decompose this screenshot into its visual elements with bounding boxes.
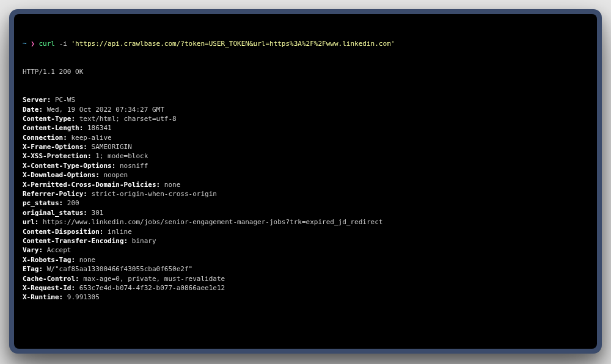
header-line: Connection: keep-alive [23, 133, 588, 142]
header-value: nosniff [115, 162, 148, 170]
header-value: inline [103, 228, 131, 236]
command-line: ~ ❯ curl -i 'https://api.crawlbase.com/?… [23, 39, 588, 48]
header-line: ETag: W/"caf85aa13300466f43055cba0f650e2… [23, 264, 588, 274]
header-value: 653c7e4d-b074-4f32-b077-a0866aee1e12 [75, 284, 225, 292]
header-key: Content-Length: [23, 124, 83, 132]
http-status-line: HTTP/1.1 200 OK [23, 67, 588, 76]
header-key: X-Request-Id: [23, 284, 75, 292]
header-value: 1; mode=block [92, 152, 148, 160]
header-key: X-Frame-Options: [23, 143, 87, 151]
header-line: Date: Wed, 19 Oct 2022 07:34:27 GMT [23, 105, 588, 114]
header-line: pc_status: 200 [23, 198, 588, 208]
header-value: binary [128, 237, 156, 245]
header-value: W/"caf85aa13300466f43055cba0f650e2f" [43, 265, 192, 273]
prompt-path: ~ [23, 40, 27, 48]
header-line: Server: PC-WS [23, 95, 588, 104]
blank-line [23, 321, 588, 330]
response-headers: Server: PC-WSDate: Wed, 19 Oct 2022 07:3… [23, 95, 588, 302]
header-key: Content-Transfer-Encoding: [23, 237, 128, 245]
header-key: X-Content-Type-Options: [23, 162, 115, 170]
command-name: curl [39, 40, 56, 48]
header-line: Vary: Accept [23, 246, 588, 255]
command-flag: -i [59, 40, 67, 48]
header-value: 186341 [83, 124, 111, 132]
header-line: Content-Length: 186341 [23, 123, 588, 133]
header-value: Accept [43, 246, 71, 254]
header-key: Referrer-Policy: [23, 190, 87, 198]
terminal-content[interactable]: ~ ❯ curl -i 'https://api.crawlbase.com/?… [14, 14, 597, 349]
header-key: Content-Disposition: [23, 228, 103, 236]
header-line: Content-Transfer-Encoding: binary [23, 236, 588, 246]
header-key: X-Permitted-Cross-Domain-Policies: [23, 181, 160, 189]
header-value: noopen [100, 171, 128, 179]
header-value: max-age=0, private, must-revalidate [79, 275, 225, 283]
header-value: keep-alive [67, 134, 112, 142]
terminal-window: ~ ❯ curl -i 'https://api.crawlbase.com/?… [9, 9, 602, 354]
header-key: Vary: [23, 246, 43, 254]
header-value: text/html; charset=utf-8 [75, 115, 177, 123]
header-value: Wed, 19 Oct 2022 07:34:27 GMT [43, 106, 164, 114]
header-line: Content-Type: text/html; charset=utf-8 [23, 114, 588, 123]
header-line: X-Content-Type-Options: nosniff [23, 161, 588, 170]
header-value: none [75, 256, 95, 264]
command-url: 'https://api.crawlbase.com/?token=USER_T… [71, 40, 395, 48]
header-key: ETag: [23, 265, 43, 273]
header-key: Server: [23, 96, 51, 104]
header-value: 9.991305 [63, 293, 100, 301]
header-key: Date: [23, 106, 43, 114]
header-value: SAMEORIGIN [87, 143, 132, 151]
header-key: X-Download-Options: [23, 171, 100, 179]
header-line: original_status: 301 [23, 208, 588, 217]
header-line: X-Download-Options: noopen [23, 170, 588, 180]
header-value: PC-WS [51, 96, 75, 104]
header-key: X-Robots-Tag: [23, 256, 75, 264]
header-value: strict-origin-when-cross-origin [87, 190, 217, 198]
header-line: url: https://www.linkedin.com/jobs/senio… [23, 217, 588, 227]
header-line: X-Frame-Options: SAMEORIGIN [23, 142, 588, 151]
header-value: none [160, 181, 180, 189]
header-key: Cache-Control: [23, 275, 79, 283]
header-value: 301 [87, 209, 104, 217]
header-key: original_status: [23, 209, 87, 217]
prompt-symbol: ❯ [31, 40, 35, 48]
header-key: X-XSS-Protection: [23, 152, 92, 160]
header-key: X-Runtime: [23, 293, 63, 301]
header-line: Cache-Control: max-age=0, private, must-… [23, 274, 588, 283]
header-line: Referrer-Policy: strict-origin-when-cros… [23, 189, 588, 198]
header-line: X-Permitted-Cross-Domain-Policies: none [23, 180, 588, 189]
header-line: X-Runtime: 9.991305 [23, 293, 588, 302]
header-key: Content-Type: [23, 115, 75, 123]
header-line: X-Request-Id: 653c7e4d-b074-4f32-b077-a0… [23, 283, 588, 293]
header-value: 200 [63, 199, 79, 207]
header-line: Content-Disposition: inline [23, 227, 588, 236]
header-line: X-Robots-Tag: none [23, 255, 588, 264]
header-value: https://www.linkedin.com/jobs/senior-eng… [39, 218, 383, 226]
header-key: Connection: [23, 134, 67, 142]
header-line: X-XSS-Protection: 1; mode=block [23, 151, 588, 161]
header-key: url: [23, 218, 39, 226]
header-key: pc_status: [23, 199, 63, 207]
